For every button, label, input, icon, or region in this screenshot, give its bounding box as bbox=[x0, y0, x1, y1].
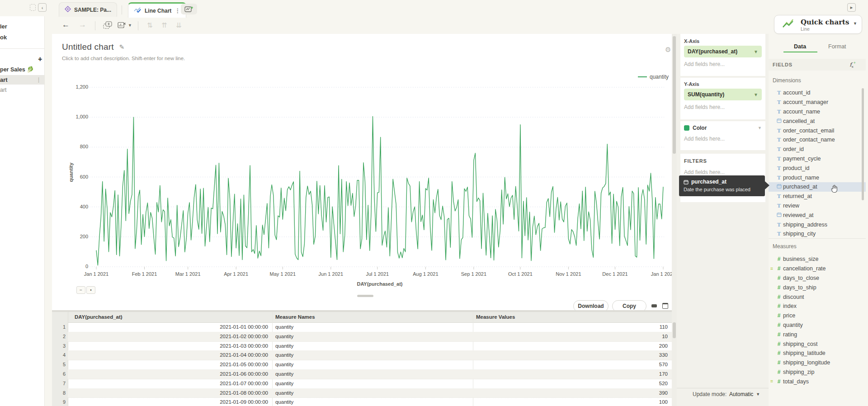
formula-equals-icon: = bbox=[769, 379, 775, 384]
table-row[interactable]: 2021-01-08 00:00:00quantity390 bbox=[68, 388, 672, 398]
table-row[interactable]: 2021-01-02 00:00:00quantity10 bbox=[68, 332, 672, 342]
dimension-item[interactable]: Tproduct_id bbox=[769, 163, 866, 173]
dimension-item[interactable]: Taccount_id bbox=[769, 88, 866, 98]
left-sidebar: ler ok + per Sales 🥬 art ⋮ art bbox=[0, 16, 45, 406]
pill-label: SUM(quantity) bbox=[688, 91, 724, 98]
measure-item[interactable]: #shipping_zip bbox=[769, 368, 866, 377]
sidebar-item[interactable]: art bbox=[0, 87, 7, 93]
color-add-fields[interactable]: Add fields here... bbox=[684, 136, 725, 142]
dimension-item[interactable]: purchased_at bbox=[769, 182, 866, 192]
dimension-item[interactable]: Torder_contact_name bbox=[769, 135, 866, 145]
measure-item[interactable]: #quantity bbox=[769, 321, 866, 330]
table-row[interactable]: 2021-01-04 00:00:00quantity330 bbox=[68, 350, 672, 360]
dimension-item[interactable]: Taccount_manager bbox=[769, 98, 866, 107]
sidebar-item-collection[interactable]: per Sales 🥬 bbox=[0, 66, 34, 73]
sidebar-item-selected[interactable]: art ⋮ bbox=[0, 75, 44, 85]
field-name: payment_cycle bbox=[783, 156, 821, 162]
dimension-item[interactable]: Treturned_at bbox=[769, 192, 866, 201]
measure-item[interactable]: #index bbox=[769, 302, 866, 311]
x-tick-label: Jan 1 2022 bbox=[644, 271, 672, 277]
column-header[interactable]: Measure Values bbox=[476, 314, 515, 320]
column-header[interactable]: DAY(purchased_at) bbox=[75, 314, 123, 320]
color-row[interactable]: Color ▼ bbox=[684, 125, 762, 131]
tab-format[interactable]: Format bbox=[828, 43, 846, 50]
undo-button[interactable]: ← bbox=[62, 21, 70, 29]
field-name: index bbox=[783, 303, 797, 309]
measure-item[interactable]: #shipping_latitude bbox=[769, 349, 866, 358]
measure-item[interactable]: #price bbox=[769, 311, 866, 321]
measure-item[interactable]: #shipping_longitude bbox=[769, 358, 866, 368]
dimension-item[interactable]: Tproduct_name bbox=[769, 173, 866, 182]
fields-scrollbar-thumb[interactable] bbox=[862, 88, 864, 200]
dimension-item[interactable]: Taccount_name bbox=[769, 107, 866, 117]
field-name: quantity bbox=[783, 322, 803, 328]
dimension-item[interactable]: reviewed_at bbox=[769, 210, 866, 220]
x-axis-field-pill[interactable]: DAY(purchased_at) ▼ bbox=[684, 46, 762, 57]
new-chart-button[interactable] bbox=[181, 4, 197, 14]
dimension-item[interactable]: Torder_id bbox=[769, 145, 866, 154]
cell-measure-value: 200 bbox=[475, 343, 668, 349]
collapse-table-icon[interactable] bbox=[651, 304, 657, 307]
update-mode-select[interactable]: Automatic ▼ bbox=[729, 391, 760, 397]
column-header[interactable]: Measure Names bbox=[275, 314, 315, 320]
cell-measure-name: quantity bbox=[275, 334, 293, 339]
dimension-item[interactable]: cancelled_at bbox=[769, 116, 866, 126]
vscrollbar-thumb[interactable] bbox=[673, 36, 676, 154]
dimensions-label: Dimensions bbox=[773, 77, 801, 84]
chart-description-placeholder[interactable]: Click to add chart description. Shift-en… bbox=[62, 56, 185, 61]
text-type-icon: T bbox=[775, 137, 783, 143]
collapse-left-panel-button[interactable]: ‹ bbox=[38, 3, 47, 12]
dimension-item[interactable]: Torder_contact_email bbox=[769, 126, 866, 135]
table-vscrollbar-thumb[interactable] bbox=[673, 322, 676, 338]
measure-item[interactable]: #days_to_close bbox=[769, 274, 866, 283]
table-row[interactable]: 2021-01-01 00:00:00quantity110 bbox=[68, 322, 672, 332]
dimension-item[interactable]: Tpayment_cycle bbox=[769, 154, 866, 164]
reset-zoom-button[interactable]: • bbox=[86, 286, 95, 294]
dimension-item[interactable]: Tshipping_city bbox=[769, 229, 866, 239]
measure-item[interactable]: #rating bbox=[769, 330, 866, 339]
zoom-out-button[interactable]: − bbox=[76, 286, 85, 294]
expand-table-icon[interactable] bbox=[662, 303, 668, 309]
tab-sample-report[interactable]: SAMPLE: Pa... bbox=[59, 2, 117, 17]
add-formula-fx-icon[interactable]: fx+ bbox=[849, 61, 856, 69]
add-chart-button[interactable]: + bbox=[38, 55, 42, 63]
table-row[interactable]: 2021-01-03 00:00:00quantity200 bbox=[68, 341, 672, 351]
tab-menu-icon[interactable]: ⋮ bbox=[175, 7, 180, 14]
table-row[interactable]: 2021-01-07 00:00:00quantity520 bbox=[68, 379, 672, 389]
line-chart-plot[interactable] bbox=[52, 79, 672, 314]
quick-charts-selector[interactable]: Quick charts Line ▼ bbox=[774, 15, 862, 34]
table-row[interactable]: 2021-01-05 00:00:00quantity570 bbox=[68, 360, 672, 370]
dimension-item[interactable]: Treview bbox=[769, 201, 866, 211]
measure-item[interactable]: =#cancellation_rate bbox=[769, 264, 866, 274]
tab-line-chart[interactable]: Line Chart ⋮ bbox=[128, 2, 186, 18]
tab-data[interactable]: Data bbox=[794, 43, 806, 50]
measure-item[interactable]: #shipping_cost bbox=[769, 339, 866, 349]
measure-item[interactable]: #business_size bbox=[769, 255, 866, 264]
main-vscrollbar[interactable] bbox=[672, 34, 677, 406]
x-tick-label: Jan 1 2021 bbox=[77, 271, 115, 277]
x-axis-add-fields[interactable]: Add fields here... bbox=[684, 61, 725, 67]
sidebar-item[interactable]: ok bbox=[0, 34, 7, 41]
cell-measure-value: 170 bbox=[475, 371, 668, 377]
measure-item[interactable]: #discount bbox=[769, 292, 866, 302]
filters-add-fields[interactable]: Add fields here... bbox=[684, 169, 725, 175]
add-to-report-button[interactable] bbox=[103, 21, 113, 31]
text-type-icon: T bbox=[775, 109, 783, 115]
measure-item[interactable]: =#total_days bbox=[769, 377, 866, 386]
item-menu-icon[interactable]: ⋮ bbox=[36, 76, 42, 83]
chart-title[interactable]: Untitled chart bbox=[62, 42, 114, 52]
y-axis-add-fields[interactable]: Add fields here... bbox=[684, 104, 725, 110]
edit-pencil-icon[interactable]: ✎ bbox=[119, 43, 125, 51]
table-row[interactable]: 2021-01-06 00:00:00quantity170 bbox=[68, 369, 672, 379]
remove-chart-button[interactable]: ▼ bbox=[118, 22, 132, 28]
forward-arrow-icon: → bbox=[79, 20, 86, 29]
sidebar-item[interactable]: ler bbox=[0, 23, 7, 30]
table-row[interactable]: 2021-01-09 00:00:00quantity100 bbox=[68, 397, 672, 406]
measure-item[interactable]: #days_to_ship bbox=[769, 283, 866, 292]
chart-settings-gear-icon[interactable]: ⚙ bbox=[665, 46, 671, 54]
app-window: ‹ SAMPLE: Pa... Line Chart ⋮ ▸ ler ok + … bbox=[0, 0, 868, 406]
y-axis-field-pill[interactable]: SUM(quantity) ▼ bbox=[684, 89, 762, 100]
chart-hscrollbar-thumb[interactable] bbox=[357, 295, 373, 297]
redo-button[interactable]: → bbox=[79, 21, 86, 29]
dimension-item[interactable]: Tshipping_address bbox=[769, 220, 866, 229]
